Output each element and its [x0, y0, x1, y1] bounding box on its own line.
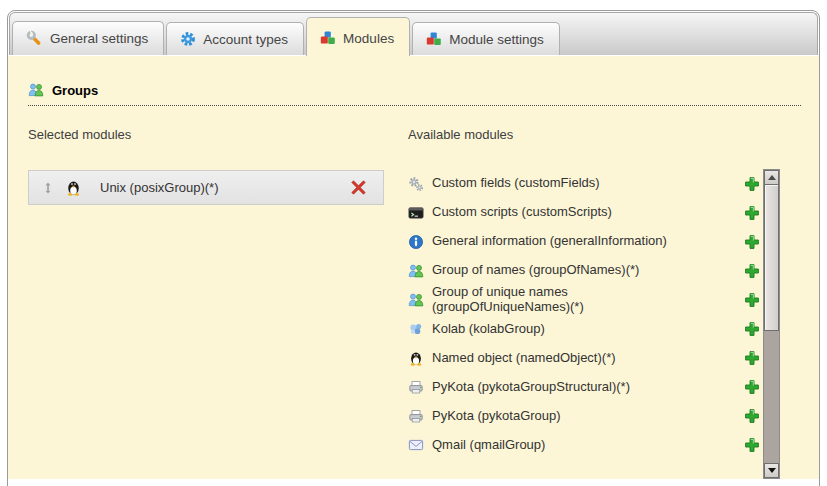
module-label: Kolab (kolabGroup): [432, 322, 545, 337]
module-label: Named object (namedObject)(*): [432, 351, 616, 366]
module-label: PyKota (pykotaGroupStructural)(*): [432, 380, 630, 395]
available-module-row: Group of unique names (groupOfUniqueName…: [408, 285, 760, 315]
terminal-icon: [408, 205, 424, 221]
add-module-button[interactable]: [744, 379, 760, 395]
add-module-button[interactable]: [744, 408, 760, 424]
add-module-button[interactable]: [744, 292, 760, 308]
module-label: General information (generalInformation): [432, 234, 667, 249]
scroll-down-arrow-icon: [768, 468, 776, 473]
available-modules-list: Custom fields (customFields) Custom scri…: [408, 169, 760, 460]
module-label: Qmail (qmailGroup): [432, 438, 545, 453]
available-module-row: Custom scripts (customScripts): [408, 198, 760, 227]
groups-icon: [28, 82, 44, 98]
selected-modules-heading: Selected modules: [28, 127, 131, 142]
groups-icon: [408, 263, 424, 279]
groups-section-header: Groups: [28, 82, 801, 106]
add-module-button[interactable]: [744, 263, 760, 279]
gear-icon: [180, 31, 196, 47]
tab-label: General settings: [50, 31, 148, 46]
available-module-row: PyKota (pykotaGroupStructural)(*): [408, 373, 760, 402]
available-module-row: Group of names (groupOfNames)(*): [408, 256, 760, 285]
available-module-row: Custom fields (customFields): [408, 169, 760, 198]
module-label: Group of unique names (groupOfUniqueName…: [432, 285, 704, 315]
section-title: Groups: [52, 83, 98, 98]
wrench-icon: [26, 30, 43, 47]
module-label: Custom scripts (customScripts): [432, 205, 612, 220]
available-module-row: Kolab (kolabGroup): [408, 315, 760, 344]
config-window: General settings Account types Modules M…: [7, 10, 820, 486]
scrollbar-thumb[interactable]: [764, 184, 779, 331]
add-module-button[interactable]: [744, 437, 760, 453]
blocks-icon: [320, 30, 336, 46]
drag-handle-icon[interactable]: [41, 181, 55, 195]
tab-modules[interactable]: Modules: [306, 17, 410, 56]
available-modules-scrollbar[interactable]: [763, 169, 780, 479]
module-label: Unix (posixGroup)(*): [100, 180, 350, 195]
blocks-icon: [426, 31, 442, 47]
printer-icon: [408, 379, 424, 395]
add-module-button[interactable]: [744, 205, 760, 221]
tux-icon: [65, 179, 82, 196]
groups-icon: [408, 292, 424, 308]
tab-label: Account types: [203, 32, 288, 47]
add-module-button[interactable]: [744, 234, 760, 250]
scroll-down-button[interactable]: [764, 463, 779, 478]
tab-label: Modules: [343, 31, 394, 46]
module-label: Group of names (groupOfNames)(*): [432, 263, 639, 278]
available-module-row: PyKota (pykotaGroup): [408, 402, 760, 431]
add-module-button[interactable]: [744, 350, 760, 366]
available-module-row: Named object (namedObject)(*): [408, 344, 760, 373]
available-modules-heading: Available modules: [408, 127, 513, 142]
selected-module-row[interactable]: Unix (posixGroup)(*): [28, 170, 384, 205]
add-module-button[interactable]: [744, 176, 760, 192]
gears-icon: [408, 176, 424, 192]
kolab-icon: [408, 321, 424, 337]
remove-module-button[interactable]: [350, 179, 367, 196]
tab-module-settings[interactable]: Module settings: [412, 22, 560, 55]
info-icon: [408, 234, 424, 250]
tab-account-types[interactable]: Account types: [166, 22, 304, 55]
envelope-icon: [408, 437, 424, 453]
scroll-up-button[interactable]: [764, 170, 779, 185]
module-label: PyKota (pykotaGroup): [432, 409, 561, 424]
tab-label: Module settings: [449, 32, 544, 47]
module-label: Custom fields (customFields): [432, 176, 600, 191]
modules-panel: Groups Selected modules Available module…: [8, 56, 819, 479]
tab-bar: General settings Account types Modules M…: [9, 12, 818, 55]
available-module-row: General information (generalInformation): [408, 227, 760, 256]
printer-icon: [408, 408, 424, 424]
tab-general-settings[interactable]: General settings: [12, 21, 164, 55]
tux-icon: [408, 350, 424, 366]
scroll-up-arrow-icon: [768, 175, 776, 180]
available-module-row: Qmail (qmailGroup): [408, 431, 760, 460]
add-module-button[interactable]: [744, 321, 760, 337]
